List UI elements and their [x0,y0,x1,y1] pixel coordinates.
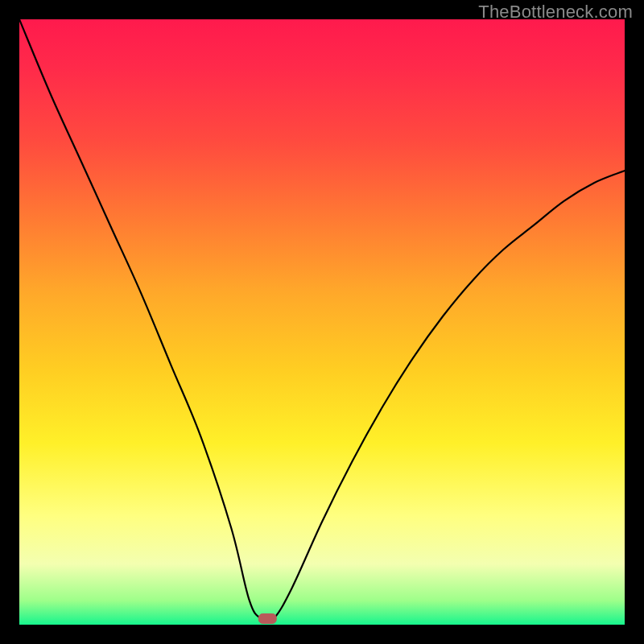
watermark-text: TheBottleneck.com [478,2,633,23]
curve-layer [19,19,625,625]
chart-frame: TheBottleneck.com [0,0,644,644]
minimum-marker [258,614,276,624]
bottleneck-curve [19,19,625,622]
plot-area [19,19,625,625]
